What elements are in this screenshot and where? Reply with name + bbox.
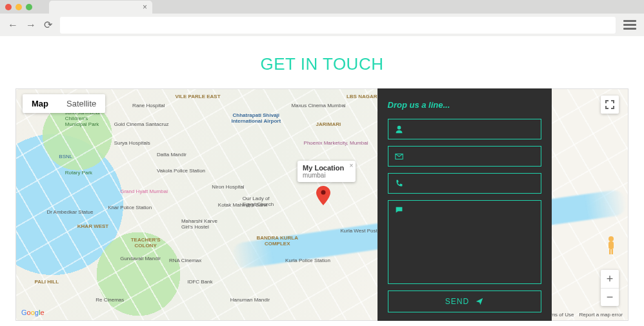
place-label: RNA Cinemax: [169, 258, 201, 263]
place-label: Hanuman Mandir: [230, 297, 270, 303]
map-infowindow: × My Location mumbai: [297, 161, 356, 182]
map-marker[interactable]: [316, 186, 330, 208]
window-maximize-button[interactable]: [26, 4, 32, 10]
comment-icon: [395, 206, 403, 214]
content-area: VILE PARLE EAST Chhatrapati Shivaji Inte…: [15, 88, 629, 321]
svg-rect-2: [609, 249, 611, 254]
place-label: PALI HILL: [34, 279, 59, 285]
google-logo: Google: [21, 309, 45, 316]
zoom-out-button[interactable]: −: [601, 288, 619, 306]
message-input[interactable]: [408, 206, 534, 224]
send-label: SEND: [445, 297, 469, 306]
user-icon: [395, 125, 403, 134]
envelope-icon: [395, 152, 403, 161]
zoom-control: + −: [601, 270, 619, 306]
browser-tab[interactable]: ×: [49, 1, 152, 14]
tab-bar: ×: [0, 0, 644, 14]
page-title: GET IN TOUCH: [15, 54, 629, 74]
place-label: Re Cinemas: [96, 297, 124, 303]
window-close-button[interactable]: [5, 4, 12, 10]
place-label: Vakola Police Station: [157, 168, 205, 174]
place-label: Grand Hyatt Mumbai: [120, 188, 168, 194]
place-label: IDFC Bank: [187, 279, 212, 285]
send-button[interactable]: SEND: [388, 290, 541, 312]
name-field[interactable]: [388, 119, 541, 139]
place-label: Gold Cinema Santacruz: [114, 121, 169, 127]
window-minimize-button[interactable]: [15, 4, 22, 10]
place-label: Khar Police Station: [108, 205, 152, 210]
map-type-map[interactable]: Map: [23, 94, 57, 113]
pegman-icon: [603, 235, 619, 256]
place-label: Gundavali Mandir: [120, 256, 161, 261]
report-link[interactable]: Report a map error: [579, 312, 623, 318]
map-type-satellite[interactable]: Satellite: [57, 94, 105, 113]
fullscreen-button[interactable]: [601, 96, 619, 114]
place-label: JARIMARI: [316, 121, 341, 127]
place-label: Rotary Park: [65, 170, 92, 176]
form-heading: Drop us a line...: [388, 100, 541, 110]
back-button[interactable]: ←: [8, 19, 18, 31]
place-label: TEACHER'S COLONY: [126, 237, 165, 249]
browser-chrome: × ← → ⟳: [0, 0, 644, 36]
name-input[interactable]: [408, 125, 534, 134]
place-label: Kurla Police Station: [285, 258, 330, 263]
phone-icon: [395, 179, 403, 188]
zoom-in-button[interactable]: +: [601, 270, 619, 288]
phone-field[interactable]: [388, 173, 541, 194]
place-label: Maxus Cinema Mumbai: [292, 103, 346, 108]
place-label: VILE PARLE EAST: [175, 94, 220, 99]
svg-point-4: [321, 190, 325, 195]
place-label: Rane Hospital: [132, 103, 165, 108]
forward-button[interactable]: →: [26, 19, 36, 31]
svg-rect-3: [612, 249, 614, 254]
pegman-button[interactable]: [603, 235, 619, 256]
tab-close-icon[interactable]: ×: [143, 3, 147, 12]
marker-icon: [316, 186, 330, 205]
reload-button[interactable]: ⟳: [44, 19, 52, 31]
svg-rect-1: [609, 241, 614, 249]
infowindow-close-button[interactable]: ×: [349, 162, 353, 169]
place-label: Datta Mandir: [157, 152, 186, 158]
message-field[interactable]: [388, 200, 541, 284]
email-input[interactable]: [408, 152, 534, 161]
place-label: BSNL: [59, 154, 72, 159]
menu-button[interactable]: [623, 20, 636, 30]
place-label: KHAR WEST: [77, 223, 108, 229]
fullscreen-icon: [605, 100, 614, 109]
place-label: Phoenix Marketcity, Mumbai: [304, 140, 368, 146]
nav-bar: ← → ⟳: [0, 14, 644, 36]
paper-plane-icon: [476, 298, 483, 305]
svg-point-0: [609, 236, 614, 241]
email-field[interactable]: [388, 146, 541, 167]
place-label: LBS NAGAR: [347, 94, 377, 99]
infowindow-subtitle: mumbai: [303, 172, 344, 179]
phone-input[interactable]: [408, 179, 534, 188]
place-label: Dr Ambedkar Statue: [46, 209, 93, 215]
map-type-control: Map Satellite: [23, 94, 105, 113]
place-label: Chhatrapati Shivaji International Airpor…: [230, 112, 282, 124]
place-label: Surya Hospitals: [114, 140, 150, 146]
infowindow-title: My Location: [303, 164, 344, 172]
contact-form-panel: Drop us a line... SEND: [377, 88, 552, 321]
map-footer: Terms of Use Report a map error: [543, 312, 623, 318]
url-input[interactable]: [60, 17, 616, 34]
place-label: Our Lady of Egypt Church: [243, 196, 281, 207]
place-label: Maharshi Karve Girl's Hostel: [181, 218, 226, 230]
page-content: GET IN TOUCH VILE PARLE EAST Chhatrapati…: [0, 36, 644, 321]
place-label: Niron Hospital: [212, 184, 244, 190]
place-label: BANDRA KURLA COMPLEX: [255, 235, 300, 247]
